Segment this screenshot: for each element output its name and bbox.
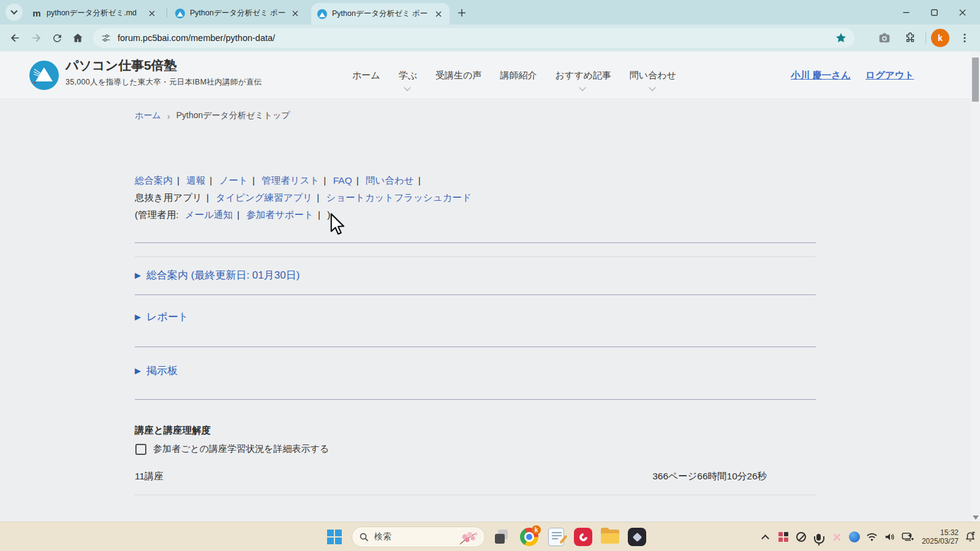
triangle-right-icon: ▶ bbox=[135, 271, 141, 280]
toolbar-right-cluster: k bbox=[874, 24, 975, 51]
section-general-info[interactable]: ▶ 総合案内 (最終更新日: 01月30日) bbox=[135, 268, 300, 282]
tray-expand-button[interactable] bbox=[760, 531, 772, 543]
notepad-icon bbox=[548, 528, 564, 546]
quicklinks-row-2: 息抜き用アプリ| タイピング練習アプリ| ショートカットフラッシュカード bbox=[135, 192, 472, 204]
notepad-taskbar-button[interactable] bbox=[546, 527, 566, 547]
tray-blue-app-icon[interactable] bbox=[848, 531, 861, 543]
bookmark-star-icon[interactable] bbox=[835, 32, 847, 44]
site-info-icon[interactable] bbox=[100, 32, 111, 43]
tab-separator bbox=[167, 8, 167, 17]
search-icon bbox=[360, 533, 369, 542]
forward-button[interactable] bbox=[26, 28, 47, 48]
tab-close-icon[interactable] bbox=[434, 9, 443, 19]
nav-item-home[interactable]: ホーム bbox=[352, 51, 380, 99]
browser-tab-portal-1[interactable]: Pythonデータ分析ゼミ ポータルトップ bbox=[169, 3, 306, 23]
divider bbox=[135, 257, 816, 257]
wifi-icon[interactable] bbox=[866, 531, 878, 543]
link-weekly-report[interactable]: 週報 bbox=[186, 175, 205, 186]
link-mail-notification[interactable]: メール通知 bbox=[185, 209, 233, 220]
link-faq[interactable]: FAQ bbox=[333, 175, 352, 186]
chrome-profile-badge: k bbox=[532, 525, 541, 534]
url-text: forum.pc5bai.com/member/python-data/ bbox=[118, 33, 835, 43]
window-close-button[interactable] bbox=[948, 0, 976, 24]
label-break-apps: 息抜き用アプリ bbox=[135, 192, 202, 203]
toolbar-divider bbox=[925, 32, 926, 43]
course-count: 11講座 bbox=[135, 470, 164, 483]
new-tab-button[interactable] bbox=[454, 6, 469, 20]
tray-app-icon-grid[interactable] bbox=[777, 531, 790, 543]
taskbar-clock[interactable]: 15:32 2025/03/27 bbox=[922, 528, 959, 545]
section-board[interactable]: ▶ 掲示板 bbox=[135, 364, 178, 378]
clock-date: 2025/03/27 bbox=[922, 537, 959, 545]
nav-item-voices[interactable]: 受講生の声 bbox=[435, 51, 481, 99]
taskbar-center-icons: 検索 k bbox=[325, 522, 647, 551]
window-maximize-button[interactable] bbox=[920, 0, 948, 24]
link-participant-support[interactable]: 参加者サポート bbox=[246, 209, 314, 220]
file-explorer-button[interactable] bbox=[600, 527, 620, 547]
browser-tabstrip: m pythonデータ分析ゼミ.md Pythonデータ分析ゼミ ポータルトップ… bbox=[0, 0, 980, 24]
nav-item-contact[interactable]: 問い合わせ bbox=[630, 51, 676, 99]
link-contact[interactable]: 問い合わせ bbox=[366, 175, 414, 186]
tab-close-icon[interactable] bbox=[290, 9, 300, 18]
checkbox-label[interactable]: 参加者ごとの講座学習状況を詳細表示する bbox=[153, 443, 329, 455]
tray-blocked-circle-icon[interactable] bbox=[795, 531, 807, 543]
divider bbox=[135, 399, 816, 400]
site-tagline: 35,000人を指導した東大卒・元日本IBM社内講師が直伝 bbox=[66, 77, 262, 88]
screenshot-camera-icon[interactable] bbox=[874, 28, 895, 48]
search-flower-decoration bbox=[456, 530, 480, 545]
user-name-link[interactable]: 小川 慶一さん bbox=[791, 69, 851, 82]
home-button[interactable] bbox=[67, 28, 88, 48]
pipe-separator: | bbox=[209, 175, 212, 186]
nav-item-learn[interactable]: 学ぶ bbox=[399, 51, 417, 99]
profile-avatar[interactable]: k bbox=[931, 29, 949, 47]
link-notes[interactable]: ノート bbox=[219, 175, 248, 186]
volume-icon[interactable] bbox=[884, 531, 896, 543]
link-admin-list[interactable]: 管理者リスト bbox=[262, 175, 319, 186]
scrollbar-thumb[interactable] bbox=[972, 58, 979, 102]
site-name[interactable]: パソコン仕事5倍塾 bbox=[66, 57, 177, 74]
section-reports[interactable]: ▶ レポート bbox=[135, 310, 189, 324]
tab-close-icon[interactable] bbox=[147, 9, 157, 18]
nav-item-articles[interactable]: おすすめ記事 bbox=[555, 51, 611, 99]
link-general-info[interactable]: 総合案内 bbox=[135, 175, 173, 186]
chevron-down-icon bbox=[579, 84, 586, 91]
notification-bell-dnd-icon[interactable] bbox=[964, 531, 976, 543]
browser-tab-portal-2-active[interactable]: Pythonデータ分析ゼミ ポータルトップ bbox=[311, 3, 450, 24]
dark-app-button[interactable] bbox=[627, 527, 647, 547]
reload-button[interactable] bbox=[47, 28, 67, 48]
pipe-separator: | bbox=[206, 192, 209, 203]
user-links: 小川 慶一さん ログアウト bbox=[791, 51, 914, 99]
extensions-puzzle-icon[interactable] bbox=[900, 28, 921, 48]
task-view-icon bbox=[495, 534, 505, 544]
site-header: パソコン仕事5倍塾 35,000人を指導した東大卒・元日本IBM社内講師が直伝 … bbox=[0, 51, 980, 99]
site-logo[interactable] bbox=[29, 61, 59, 90]
page-scrollbar[interactable] bbox=[971, 51, 980, 522]
chevron-up-icon bbox=[762, 534, 770, 542]
pipe-separator: | bbox=[356, 175, 359, 186]
detail-display-checkbox[interactable] bbox=[135, 444, 146, 455]
window-minimize-button[interactable] bbox=[892, 0, 920, 24]
chevron-down-icon bbox=[649, 84, 655, 91]
triangle-right-icon: ▶ bbox=[135, 366, 141, 375]
screen-cast-icon[interactable] bbox=[902, 531, 914, 543]
taskbar-search-box[interactable]: 検索 bbox=[352, 527, 485, 547]
task-view-button[interactable] bbox=[492, 527, 512, 547]
start-button[interactable] bbox=[325, 527, 344, 547]
nav-item-instructors[interactable]: 講師紹介 bbox=[500, 51, 537, 99]
clipchamp-taskbar-button[interactable] bbox=[573, 527, 593, 547]
back-button[interactable] bbox=[5, 28, 26, 48]
address-bar[interactable]: forum.pc5bai.com/member/python-data/ bbox=[93, 28, 854, 48]
microphone-icon[interactable] bbox=[813, 531, 825, 543]
system-tray: 15:32 2025/03/27 bbox=[760, 522, 976, 551]
browser-menu-icon[interactable] bbox=[954, 28, 975, 48]
tab-search-button[interactable] bbox=[6, 4, 23, 21]
scroll-down-icon[interactable] bbox=[973, 515, 979, 520]
logout-link[interactable]: ログアウト bbox=[865, 69, 914, 82]
breadcrumb-home-link[interactable]: ホーム bbox=[135, 110, 161, 121]
chrome-taskbar-button[interactable]: k bbox=[519, 527, 539, 547]
tray-close-x-icon[interactable] bbox=[831, 531, 843, 543]
link-shortcut-flashcards[interactable]: ショートカットフラッシュカード bbox=[326, 192, 472, 203]
browser-tab-markdown[interactable]: m pythonデータ分析ゼミ.md bbox=[26, 3, 163, 23]
pipe-separator: | bbox=[252, 175, 255, 186]
link-typing-app[interactable]: タイピング練習アプリ bbox=[216, 192, 312, 203]
